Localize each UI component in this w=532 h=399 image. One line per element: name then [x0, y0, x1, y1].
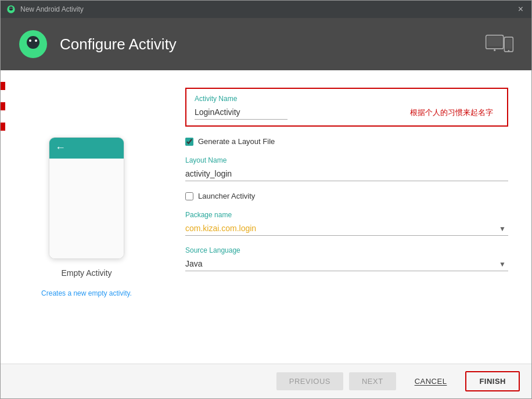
annotation-text: 根据个人的习惯来起名字 [410, 107, 493, 118]
activity-name-label: Activity Name [195, 95, 499, 103]
source-language-select-wrapper[interactable]: Java ▼ [185, 257, 508, 271]
android-logo [18, 29, 48, 59]
header: Configure Activity [1, 18, 531, 70]
phone-preview: ← [49, 137, 124, 259]
layout-name-label: Layout Name [185, 156, 508, 164]
previous-button[interactable]: PREVIOUS [276, 372, 343, 390]
generate-layout-label[interactable]: Generate a Layout File [198, 137, 275, 146]
phone-toolbar: ← [49, 138, 124, 159]
close-icon[interactable]: × [516, 4, 526, 15]
svg-rect-11 [487, 37, 502, 46]
preview-area: ← Empty Activity Creates a new empty act… [5, 70, 168, 364]
svg-point-15 [508, 50, 510, 52]
preview-description: Creates a new empty activity. [41, 289, 132, 297]
content-area: ← Empty Activity Creates a new empty act… [1, 70, 531, 364]
source-language-dropdown-arrow[interactable]: ▼ [499, 260, 506, 268]
title-bar-icon [6, 5, 16, 14]
package-name-label: Package name [185, 211, 508, 219]
svg-point-12 [494, 49, 495, 51]
package-name-select-wrapper[interactable]: com.kizai.com.login ▼ [185, 221, 508, 236]
device-icon [485, 33, 514, 56]
svg-point-7 [35, 39, 37, 42]
preview-label: Empty Activity [61, 268, 112, 278]
source-language-label: Source Language [185, 246, 508, 254]
svg-point-3 [12, 8, 12, 8]
window: New Android Activity × Configure Activit… [0, 0, 532, 399]
title-bar: New Android Activity × [1, 1, 531, 18]
red-mark-3 [1, 123, 5, 131]
layout-name-input[interactable] [185, 167, 508, 181]
activity-name-group: Activity Name 根据个人的习惯来起名字 [185, 88, 508, 127]
svg-point-2 [10, 8, 10, 8]
source-language-value[interactable]: Java [185, 257, 508, 271]
package-name-group: Package name com.kizai.com.login ▼ [185, 211, 508, 236]
finish-button[interactable]: FINISH [465, 371, 520, 391]
button-bar: PREVIOUS NEXT CANCEL FINISH [1, 364, 531, 398]
form-area: Activity Name 根据个人的习惯来起名字 Generate a Lay… [168, 70, 531, 364]
generate-layout-checkbox[interactable] [185, 138, 193, 146]
header-title: Configure Activity [60, 35, 485, 53]
phone-body [49, 159, 124, 258]
package-name-dropdown-arrow[interactable]: ▼ [499, 225, 506, 233]
launcher-activity-checkbox[interactable] [185, 192, 193, 200]
red-mark-1 [1, 82, 5, 90]
layout-name-group: Layout Name [185, 156, 508, 181]
generate-layout-row: Generate a Layout File [185, 137, 508, 146]
cancel-button[interactable]: CANCEL [402, 372, 460, 390]
back-arrow-icon: ← [55, 142, 66, 154]
svg-point-5 [27, 36, 39, 49]
source-language-group: Source Language Java ▼ [185, 246, 508, 271]
title-bar-title: New Android Activity [20, 5, 516, 13]
next-button[interactable]: NEXT [349, 372, 396, 390]
package-name-value[interactable]: com.kizai.com.login [185, 221, 508, 236]
launcher-activity-label[interactable]: Launcher Activity [198, 192, 255, 200]
svg-rect-14 [506, 39, 512, 49]
svg-point-1 [9, 6, 13, 10]
activity-name-input[interactable] [195, 105, 287, 120]
red-mark-2 [1, 102, 5, 110]
launcher-activity-row: Launcher Activity [185, 192, 508, 200]
svg-point-6 [29, 39, 31, 42]
left-strip [1, 70, 5, 364]
